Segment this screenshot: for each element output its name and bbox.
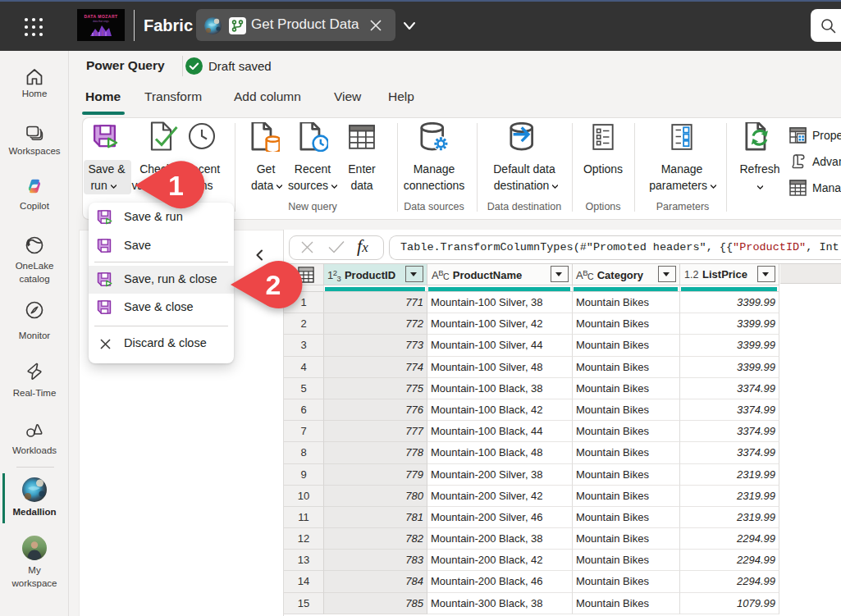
svg-text:1: 1 <box>168 170 184 201</box>
svg-text:2: 2 <box>266 269 281 300</box>
